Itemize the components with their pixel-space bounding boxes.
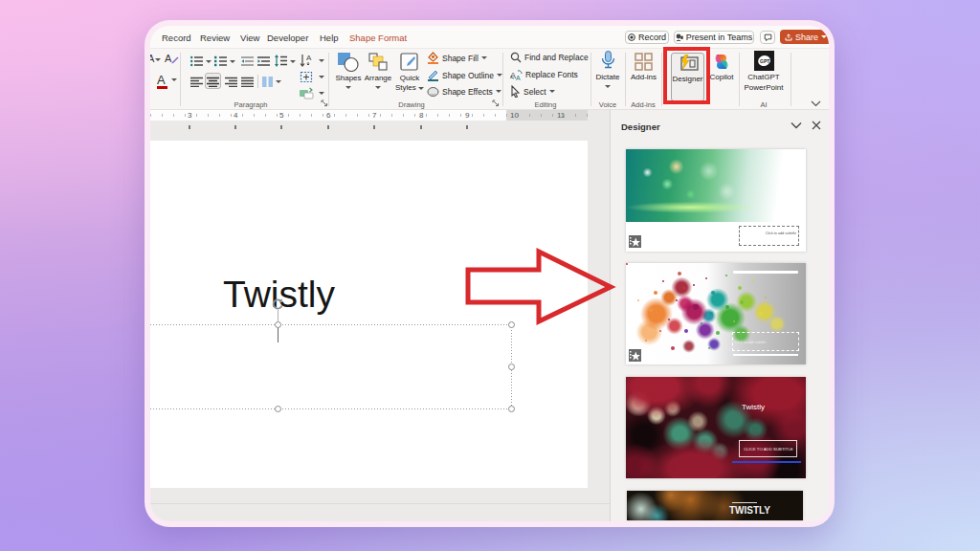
svg-text:GPT: GPT — [760, 58, 769, 64]
svg-text:A: A — [306, 54, 312, 62]
svg-text:A: A — [516, 75, 521, 80]
